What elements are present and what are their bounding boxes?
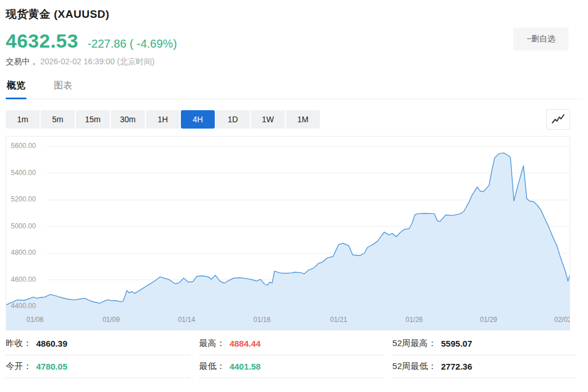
timeframe-15m[interactable]: 15m (76, 110, 110, 129)
stat-prev-close: 昨收： 4860.39 (6, 332, 190, 355)
price-change: -227.86 ( -4.69%) (87, 37, 177, 51)
x-axis-tick: 01/16 (247, 316, 276, 324)
trading-status-label: 交易中， (6, 57, 38, 66)
price-chart[interactable]: 5600.005400.005200.005000.004800.004600.… (6, 136, 570, 331)
y-axis-tick: 5600.00 (11, 142, 36, 150)
stat-label: 昨收： (6, 338, 32, 349)
stat-52w-low: 52周最低： 2772.36 (392, 355, 577, 378)
y-axis-tick: 4600.00 (11, 275, 36, 284)
stat-value: 4884.44 (230, 339, 261, 348)
stat-value: 4780.05 (36, 362, 67, 371)
stat-52w-high: 52周最高： 5595.07 (392, 332, 577, 355)
stat-value: 4860.39 (36, 339, 67, 348)
stat-label: 52周最低： (392, 361, 436, 372)
timeframe-segmented-control: 1m 5m 15m 30m 1H 4H 1D 1W 1M (6, 110, 320, 129)
tab-chart-label: 图表 (54, 80, 72, 90)
tab-active-underline (6, 98, 26, 99)
x-axis-tick: 01/29 (474, 316, 503, 324)
y-axis-tick: 5200.00 (11, 195, 36, 203)
timeframe-5m[interactable]: 5m (41, 110, 75, 129)
y-axis-tick: 5400.00 (11, 169, 36, 177)
timeframe-1w[interactable]: 1W (251, 110, 285, 129)
timeframe-4h[interactable]: 4H (181, 110, 215, 129)
quote-page: 现货黄金 (XAUUSD) 4632.53 -227.86 ( -4.69%) … (0, 0, 588, 392)
instrument-title: 现货黄金 (XAUUSD) (6, 7, 582, 22)
quote-timestamp: 2026-02-02 16:39:00 (北京时间) (40, 57, 154, 66)
x-axis-tick: 01/14 (172, 316, 201, 324)
chart-type-button[interactable] (546, 109, 570, 130)
y-axis-tick: 4400.00 (11, 302, 36, 310)
timeframe-1m[interactable]: 1m (6, 110, 40, 129)
stat-label: 最低： (199, 361, 225, 372)
stat-value: 4401.58 (230, 362, 261, 371)
stat-label: 今开： (6, 361, 32, 372)
x-axis-tick: 01/09 (96, 316, 125, 324)
tab-chart[interactable]: 图表 (53, 80, 74, 99)
quote-header: 现货黄金 (XAUUSD) 4632.53 -227.86 ( -4.69%) … (6, 7, 582, 67)
x-axis-tick: 01/26 (400, 316, 428, 324)
stat-day-low: 最低： 4401.58 (199, 355, 384, 378)
timeframe-30m[interactable]: 30m (111, 110, 145, 129)
last-price: 4632.53 (6, 30, 78, 52)
area-series (6, 137, 570, 330)
timeframe-1d[interactable]: 1D (216, 110, 250, 129)
stat-day-high: 最高： 4884.44 (199, 332, 384, 355)
stats-grid: 昨收： 4860.39 最高： 4884.44 52周最高： 5595.07 今… (6, 332, 577, 378)
stat-label: 最高： (199, 338, 225, 349)
x-axis-tick: 01/06 (21, 316, 49, 324)
price-row: 4632.53 -227.86 ( -4.69%) (6, 30, 582, 52)
remove-watchlist-button[interactable]: −删自选 (513, 28, 568, 51)
tab-bar: 概览 图表 (6, 80, 582, 99)
trading-status: 交易中， 2026-02-02 16:39:00 (北京时间) (6, 57, 582, 67)
stat-open: 今开： 4780.05 (6, 355, 190, 378)
stat-value: 5595.07 (441, 339, 472, 348)
y-axis-tick: 4800.00 (11, 249, 36, 257)
line-chart-icon (551, 114, 565, 125)
stat-value: 2772.36 (441, 362, 472, 371)
tab-overview-label: 概览 (7, 80, 25, 90)
tab-overview[interactable]: 概览 (6, 80, 26, 99)
timeframe-row: 1m 5m 15m 30m 1H 4H 1D 1W 1M (6, 109, 582, 130)
y-axis-tick: 5000.00 (11, 222, 36, 230)
x-axis-tick: 01/21 (324, 316, 353, 324)
x-axis-tick: 02/02 (548, 316, 570, 324)
timeframe-1m-month[interactable]: 1M (286, 110, 320, 129)
timeframe-1h[interactable]: 1H (146, 110, 180, 129)
stat-label: 52周最高： (392, 338, 436, 349)
